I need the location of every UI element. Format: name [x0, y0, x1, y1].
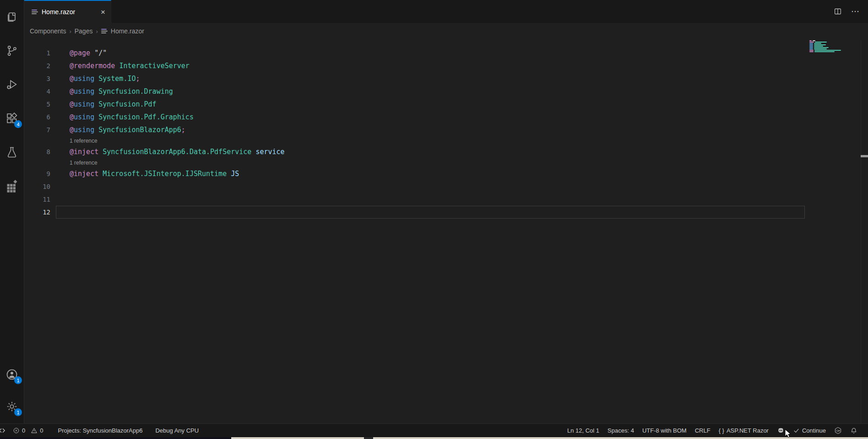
taskbar-sliver: [0, 437, 868, 439]
line-number: 10: [24, 183, 50, 190]
csharp-devkit-icon[interactable]: C#: [830, 424, 846, 438]
brackets-icon: { }: [719, 427, 724, 434]
source-control-icon[interactable]: [5, 44, 19, 58]
line-content: [56, 206, 805, 219]
tab-bar: Home.razor × ⋯: [24, 0, 868, 23]
line-content: @using Syncfusion.Pdf: [56, 98, 805, 111]
breadcrumb: Components › Pages › Home.razor: [24, 23, 868, 39]
encoding-status[interactable]: UTF-8 with BOM: [638, 424, 691, 438]
minimap[interactable]: [809, 40, 864, 52]
check-icon: [793, 427, 800, 434]
language-mode-status[interactable]: { } ASP.NET Razor: [715, 424, 773, 438]
breadcrumb-components[interactable]: Components: [30, 27, 66, 35]
explorer-icon[interactable]: [5, 10, 19, 24]
warning-icon: [31, 427, 38, 434]
tab-label: Home.razor: [42, 8, 75, 16]
codelens-reference[interactable]: 1 reference: [70, 160, 98, 166]
code-line[interactable]: 1@page "/": [24, 47, 868, 59]
debug-config-status[interactable]: Debug Any CPU: [151, 424, 203, 438]
code-line[interactable]: 7@using SyncfusionBlazorApp6;: [24, 123, 868, 136]
error-icon: [13, 427, 20, 434]
code-line[interactable]: 3@using System.IO;: [24, 72, 868, 85]
split-editor-icon[interactable]: [834, 7, 842, 16]
notifications-bell-icon[interactable]: [846, 424, 862, 438]
accounts-icon[interactable]: 1: [5, 368, 19, 381]
razor-file-icon: [101, 29, 108, 33]
manage-gear-icon[interactable]: 1: [5, 400, 19, 413]
code-line[interactable]: 9@inject Microsoft.JSInterop.IJSRuntime …: [24, 167, 868, 180]
line-content: [56, 193, 805, 206]
line-number: 7: [24, 126, 50, 134]
code-line[interactable]: 4@using Syncfusion.Drawing: [24, 85, 868, 98]
breadcrumb-file[interactable]: Home.razor: [101, 27, 144, 35]
line-number: 6: [24, 113, 50, 121]
tab-close-icon[interactable]: ×: [101, 8, 105, 16]
breadcrumb-separator: ›: [69, 28, 71, 35]
line-content: [56, 180, 805, 193]
extensions-icon[interactable]: 4: [5, 112, 19, 125]
indentation-status[interactable]: Spaces: 4: [603, 424, 638, 438]
error-count: 0: [22, 427, 25, 434]
razor-file-icon: [32, 10, 38, 14]
svg-text:C#: C#: [836, 429, 840, 432]
breadcrumb-file-label: Home.razor: [111, 27, 144, 35]
projects-status[interactable]: Projects: SyncfusionBlazorApp6: [54, 424, 146, 438]
breadcrumb-separator: ›: [96, 28, 98, 35]
codelens-row: 1 reference: [24, 136, 868, 145]
line-number: 5: [24, 101, 50, 108]
manage-badge: 1: [14, 408, 22, 416]
breadcrumb-pages[interactable]: Pages: [75, 27, 93, 35]
status-bar: 0 0 Projects: SyncfusionBlazorApp6 Debug…: [0, 423, 868, 437]
accounts-badge: 1: [14, 376, 22, 384]
line-content: @using Syncfusion.Drawing: [56, 85, 805, 98]
code-lines: 1@page "/"2@rendermode InteractiveServer…: [24, 47, 868, 219]
testing-beaker-icon[interactable]: [5, 145, 19, 159]
continue-status[interactable]: Continue: [789, 424, 830, 438]
line-number: 2: [24, 62, 50, 70]
code-editor[interactable]: 1@page "/"2@rendermode InteractiveServer…: [24, 39, 868, 423]
line-content: @rendermode InteractiveServer: [56, 59, 805, 72]
line-number: 8: [24, 148, 50, 155]
line-number: 9: [24, 170, 50, 177]
line-content: @using System.IO;: [56, 72, 805, 85]
code-line[interactable]: 10: [24, 180, 868, 193]
line-content: @page "/": [56, 47, 805, 59]
scrollbar-marker: [861, 155, 868, 157]
copilot-icon[interactable]: [773, 424, 789, 438]
remote-indicator-icon[interactable]: [0, 424, 9, 438]
codelens-row: 1 reference: [24, 158, 868, 167]
code-line[interactable]: 5@using Syncfusion.Pdf: [24, 98, 868, 111]
code-line[interactable]: 11: [24, 193, 868, 206]
editor-group: Home.razor × ⋯ Components › Pages › Home…: [24, 0, 868, 423]
codelens-reference[interactable]: 1 reference: [70, 138, 98, 144]
problems-indicator[interactable]: 0 0: [9, 424, 47, 438]
line-number: 12: [24, 209, 50, 216]
line-content: @inject Microsoft.JSInterop.IJSRuntime J…: [56, 167, 805, 180]
line-content: @inject SyncfusionBlazorApp6.Data.PdfSer…: [56, 145, 805, 158]
code-line[interactable]: 2@rendermode InteractiveServer: [24, 59, 868, 72]
eol-status[interactable]: CRLF: [691, 424, 715, 438]
editor-scrollbar[interactable]: [861, 40, 868, 423]
grid-extension-icon[interactable]: [5, 179, 19, 193]
line-number: 3: [24, 75, 50, 82]
line-number: 4: [24, 88, 50, 95]
extensions-badge: 4: [14, 120, 22, 128]
code-line[interactable]: 6@using Syncfusion.Pdf.Graphics: [24, 111, 868, 123]
cursor-position-status[interactable]: Ln 12, Col 1: [563, 424, 603, 438]
line-number: 1: [24, 49, 50, 57]
warning-count: 0: [40, 427, 43, 434]
code-line[interactable]: 12: [24, 206, 868, 219]
activity-bar: 4 1: [0, 0, 24, 423]
code-line[interactable]: 8@inject SyncfusionBlazorApp6.Data.PdfSe…: [24, 145, 868, 158]
line-content: @using SyncfusionBlazorApp6;: [56, 123, 805, 136]
more-actions-icon[interactable]: ⋯: [851, 6, 860, 16]
line-number: 11: [24, 196, 50, 203]
run-debug-icon[interactable]: [5, 78, 19, 91]
tab-home-razor[interactable]: Home.razor ×: [24, 0, 111, 23]
line-content: @using Syncfusion.Pdf.Graphics: [56, 111, 805, 123]
